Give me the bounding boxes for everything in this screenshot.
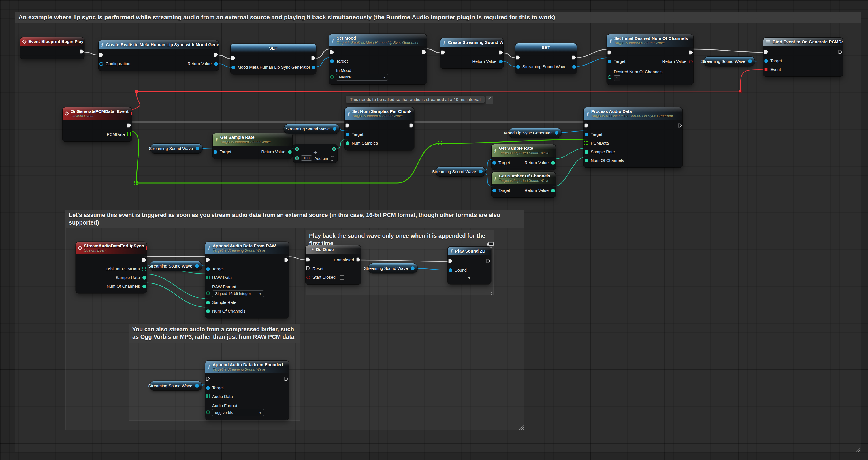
pin-start[interactable]: [306, 275, 310, 280]
exec-out-pin[interactable]: [214, 53, 218, 57]
exec-out-pin[interactable]: [688, 51, 693, 55]
variable-getter-p7[interactable]: Streaming Sound Wave: [368, 263, 417, 273]
exec-in-pin[interactable]: [330, 50, 334, 55]
node-append-raw[interactable]: ƒAppend Audio Data From RAWTarget is Str…: [205, 242, 289, 318]
exec-out-pin[interactable]: [142, 258, 147, 263]
exec-out-pin[interactable]: [284, 258, 288, 263]
pin-pcm16[interactable]: [142, 267, 147, 271]
comment-header[interactable]: Let's assume this event is triggered as …: [65, 209, 524, 228]
node-header[interactable]: ƒAppend Audio Data from EncodedTarget is…: [205, 361, 289, 373]
exec-in-pin[interactable]: [584, 123, 589, 128]
node-do-once[interactable]: →¹Do OnceCompletedResetStart Closed: [306, 245, 361, 284]
pin-vin[interactable]: [516, 64, 520, 69]
node-header[interactable]: SET: [230, 44, 316, 53]
pin-noc[interactable]: [584, 158, 589, 163]
comment-header[interactable]: You can also stream audio from a compres…: [129, 324, 300, 343]
node-header[interactable]: ƒGet Sample RateTarget is Imported Sound…: [492, 144, 556, 157]
pin-ret[interactable]: [688, 59, 693, 64]
node-stream-audio[interactable]: StreamAudioDataForLipSyncCustom Event16b…: [76, 242, 147, 293]
pin-inmood[interactable]: [330, 75, 334, 79]
pin-sound[interactable]: [448, 268, 453, 272]
bubble-pin-icon[interactable]: [486, 95, 493, 104]
node-bind-event[interactable]: Bind Event to On Generate PCMDataTargetE…: [763, 37, 843, 77]
node-on-generate[interactable]: OnGeneratePCMData_EventCustom EventPCMDa…: [63, 107, 132, 141]
node-set-mood[interactable]: ƒSet MoodTarget is Realistic Meta Human …: [329, 34, 427, 84]
exec-out-pin[interactable]: [284, 377, 288, 381]
variable-getter-p6[interactable]: Streaming Sound Wave: [150, 261, 202, 271]
pin-pcm[interactable]: [584, 141, 589, 145]
divide-value-field[interactable]: 100: [301, 155, 312, 161]
exec-in-pin[interactable]: [306, 266, 310, 271]
node-set-initial-channels[interactable]: ƒSet Initial Desired Num Of ChannelsTarg…: [607, 34, 693, 85]
node-header[interactable]: ƒSet MoodTarget is Realistic Meta Human …: [329, 34, 427, 47]
pin-vout[interactable]: [572, 64, 576, 69]
pill-out-pin[interactable]: [195, 146, 200, 151]
exec-in-pin[interactable]: [306, 258, 310, 262]
pin-vout[interactable]: [311, 65, 316, 69]
exec-in-pin[interactable]: [99, 53, 103, 57]
wire-red[interactable]: [136, 91, 740, 91]
node-header[interactable]: →¹Do Once: [306, 245, 361, 254]
pin-config[interactable]: [99, 61, 103, 66]
pin-ret[interactable]: [214, 61, 218, 66]
node-header[interactable]: SET: [516, 43, 577, 52]
delegate-pin[interactable]: [146, 247, 147, 250]
exec-out-pin[interactable]: [572, 56, 576, 60]
reroute-node[interactable]: [135, 90, 138, 93]
node-set-num-samples[interactable]: ƒSet Num Samples Per ChunkTarget is Impo…: [345, 107, 414, 150]
pin-target[interactable]: [345, 132, 350, 137]
pin-noc[interactable]: [206, 309, 210, 313]
delegate-pin[interactable]: [131, 112, 132, 115]
pin-adata[interactable]: [206, 394, 210, 399]
pin-raw[interactable]: [206, 275, 210, 280]
node-header[interactable]: ƒGet Sample RateTarget is Imported Sound…: [213, 133, 292, 146]
variable-getter-p3[interactable]: Streaming Sound Wave: [284, 124, 339, 134]
pin-out[interactable]: [332, 147, 336, 151]
pin-in0[interactable]: [294, 147, 299, 151]
pin-sr[interactable]: [584, 149, 589, 154]
pin-in1[interactable]: [294, 156, 299, 161]
pill-out-pin[interactable]: [747, 59, 752, 64]
exec-in-pin[interactable]: [607, 51, 612, 55]
blueprint-canvas[interactable]: An example where lip sync is performed w…: [0, 0, 868, 460]
node-header[interactable]: Bind Event to On Generate PCMData: [763, 37, 843, 46]
pill-out-pin[interactable]: [410, 266, 415, 271]
exec-out-pin[interactable]: [422, 50, 426, 55]
exec-out-pin[interactable]: [677, 123, 682, 128]
node-header[interactable]: ƒSet Num Samples Per ChunkTarget is Impo…: [345, 107, 414, 120]
add-pin-button[interactable]: Add pin+: [314, 156, 334, 161]
pin-ret[interactable]: [551, 188, 555, 193]
exec-in-pin[interactable]: [516, 56, 520, 60]
exec-in-pin[interactable]: [206, 377, 210, 381]
pin-sr[interactable]: [206, 300, 210, 305]
pin-ret[interactable]: [287, 149, 292, 154]
pin-ret[interactable]: [498, 59, 503, 64]
reroute-node[interactable]: [739, 90, 742, 93]
variable-getter-p2[interactable]: Streaming Sound Wave: [151, 144, 203, 153]
pin-target[interactable]: [607, 59, 612, 64]
start-closed-checkbox[interactable]: [340, 275, 344, 280]
exec-out-pin[interactable]: [79, 50, 84, 54]
node-gnc[interactable]: ƒGet Number Of ChannelsTarget is Importe…: [492, 172, 556, 197]
pill-out-pin[interactable]: [478, 169, 483, 174]
node-set-mood-var[interactable]: SETMood Meta Human Lip Sync Generator: [230, 44, 316, 74]
exec-out-pin[interactable]: [127, 123, 131, 128]
pin-num[interactable]: [345, 141, 350, 145]
variable-getter-p8[interactable]: Streaming Sound Wave: [150, 381, 202, 391]
node-header[interactable]: OnGeneratePCMData_EventCustom Event: [63, 107, 132, 120]
exec-out-pin[interactable]: [498, 51, 503, 55]
node-header[interactable]: ƒPlay Sound 2D: [448, 247, 491, 255]
exec-out-pin[interactable]: [486, 259, 491, 264]
dropdown-inmood[interactable]: Neutral▾: [336, 74, 388, 81]
node-header[interactable]: ƒSet Initial Desired Num Of ChannelsTarg…: [607, 34, 693, 47]
pin-target[interactable]: [764, 59, 768, 63]
field-desired[interactable]: 1: [614, 75, 620, 81]
node-create-realistic[interactable]: ƒCreate Realistic Meta Human Lip Sync wi…: [99, 40, 218, 71]
node-header[interactable]: Event Blueprint Begin Play: [20, 37, 84, 46]
node-header[interactable]: ƒGet Number Of ChannelsTarget is Importe…: [492, 172, 556, 184]
pin-desired[interactable]: [607, 75, 612, 79]
node-gsr1[interactable]: ƒGet Sample RateTarget is Imported Sound…: [213, 133, 292, 159]
chevron-down-icon[interactable]: ▾: [468, 276, 470, 280]
pill-out-pin[interactable]: [194, 264, 199, 268]
node-process-audio[interactable]: ƒProcess Audio DataTarget is Realistic M…: [584, 107, 682, 167]
